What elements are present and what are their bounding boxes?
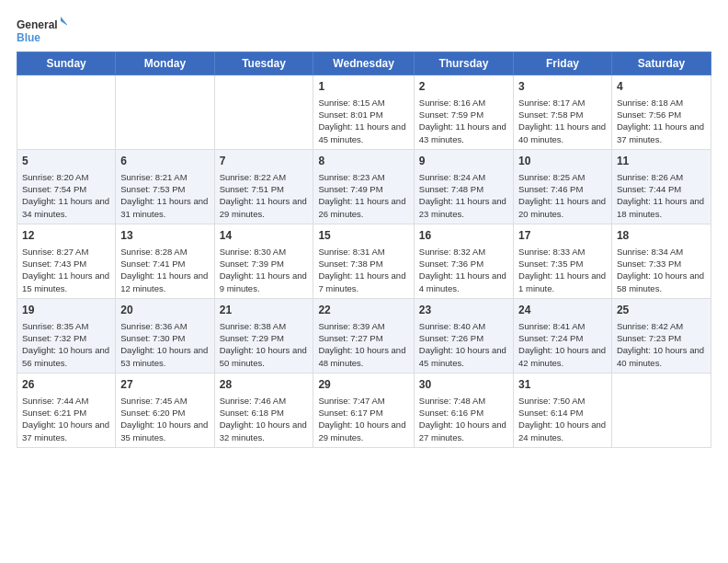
day-info: Daylight: 10 hours and 42 minutes. <box>518 344 607 369</box>
day-info: Daylight: 10 hours and 29 minutes. <box>318 419 408 443</box>
col-header-wednesday: Wednesday <box>313 52 414 75</box>
day-info: Sunset: 7:24 PM <box>518 332 607 344</box>
day-number: 17 <box>518 228 607 244</box>
day-number: 20 <box>120 303 209 318</box>
day-info: Sunrise: 7:47 AM <box>318 395 408 407</box>
calendar-cell: 1Sunrise: 8:15 AMSunset: 8:01 PMDaylight… <box>313 75 414 150</box>
day-info: Daylight: 11 hours and 45 minutes. <box>318 121 408 145</box>
day-number: 12 <box>22 228 110 244</box>
day-info: Sunset: 6:17 PM <box>318 407 408 419</box>
day-info: Sunset: 7:36 PM <box>419 258 508 270</box>
logo-svg: General Blue <box>17 17 67 46</box>
calendar: SundayMondayTuesdayWednesdayThursdayFrid… <box>17 52 711 448</box>
day-info: Sunrise: 8:24 AM <box>419 171 508 183</box>
logo: General Blue <box>17 17 67 46</box>
day-info: Sunrise: 8:34 AM <box>617 246 706 258</box>
day-info: Sunset: 7:44 PM <box>617 183 706 195</box>
day-info: Daylight: 11 hours and 34 minutes. <box>22 195 110 220</box>
day-info: Sunset: 6:21 PM <box>22 407 110 419</box>
calendar-cell: 26Sunrise: 7:44 AMSunset: 6:21 PMDayligh… <box>17 373 116 447</box>
day-info: Daylight: 10 hours and 32 minutes. <box>220 419 309 443</box>
calendar-cell: 28Sunrise: 7:46 AMSunset: 6:18 PMDayligh… <box>214 373 313 447</box>
day-number: 26 <box>22 377 110 393</box>
day-number: 22 <box>318 303 408 318</box>
day-number: 23 <box>419 303 508 318</box>
calendar-cell: 17Sunrise: 8:33 AMSunset: 7:35 PMDayligh… <box>514 224 612 298</box>
day-info: Daylight: 11 hours and 23 minutes. <box>419 195 508 220</box>
day-info: Sunrise: 8:30 AM <box>220 246 309 258</box>
week-row-3: 19Sunrise: 8:35 AMSunset: 7:32 PMDayligh… <box>17 298 711 373</box>
day-info: Sunset: 7:48 PM <box>419 183 508 195</box>
day-number: 6 <box>120 154 209 169</box>
day-info: Daylight: 10 hours and 24 minutes. <box>518 419 607 443</box>
day-info: Sunset: 7:51 PM <box>220 183 309 195</box>
day-info: Sunrise: 8:28 AM <box>120 246 209 258</box>
day-info: Sunset: 7:26 PM <box>419 332 508 344</box>
day-info: Sunrise: 8:18 AM <box>617 97 706 109</box>
calendar-cell: 11Sunrise: 8:26 AMSunset: 7:44 PMDayligh… <box>611 149 711 224</box>
day-info: Sunrise: 7:45 AM <box>120 395 209 407</box>
calendar-cell: 13Sunrise: 8:28 AMSunset: 7:41 PMDayligh… <box>116 224 214 298</box>
calendar-cell <box>611 373 711 447</box>
calendar-cell: 7Sunrise: 8:22 AMSunset: 7:51 PMDaylight… <box>214 149 313 224</box>
svg-text:Blue: Blue <box>17 31 40 44</box>
day-info: Sunset: 7:56 PM <box>617 109 706 121</box>
calendar-cell: 5Sunrise: 8:20 AMSunset: 7:54 PMDaylight… <box>17 149 116 224</box>
day-number: 25 <box>617 303 706 318</box>
week-row-1: 5Sunrise: 8:20 AMSunset: 7:54 PMDaylight… <box>17 149 711 224</box>
day-info: Sunset: 7:49 PM <box>318 183 408 195</box>
day-number: 3 <box>518 79 607 95</box>
day-info: Sunset: 6:20 PM <box>120 407 209 419</box>
day-info: Sunrise: 8:17 AM <box>518 97 607 109</box>
day-number: 13 <box>120 228 209 244</box>
col-header-saturday: Saturday <box>611 52 711 75</box>
day-info: Sunset: 7:54 PM <box>22 183 110 195</box>
calendar-cell: 27Sunrise: 7:45 AMSunset: 6:20 PMDayligh… <box>116 373 214 447</box>
day-info: Daylight: 10 hours and 37 minutes. <box>22 419 110 443</box>
day-info: Daylight: 11 hours and 1 minute. <box>518 270 607 294</box>
calendar-cell: 10Sunrise: 8:25 AMSunset: 7:46 PMDayligh… <box>514 149 612 224</box>
day-info: Daylight: 11 hours and 29 minutes. <box>220 195 309 220</box>
day-number: 18 <box>617 228 706 244</box>
col-header-monday: Monday <box>116 52 214 75</box>
day-info: Daylight: 11 hours and 31 minutes. <box>120 195 209 220</box>
day-info: Sunrise: 8:33 AM <box>518 246 607 258</box>
day-info: Sunrise: 8:25 AM <box>518 171 607 183</box>
day-info: Daylight: 11 hours and 15 minutes. <box>22 270 110 294</box>
day-number: 30 <box>419 377 508 393</box>
day-info: Sunset: 6:18 PM <box>220 407 309 419</box>
calendar-cell: 18Sunrise: 8:34 AMSunset: 7:33 PMDayligh… <box>611 224 711 298</box>
calendar-cell: 4Sunrise: 8:18 AMSunset: 7:56 PMDaylight… <box>611 75 711 150</box>
day-info: Daylight: 11 hours and 20 minutes. <box>518 195 607 220</box>
header: General Blue <box>17 17 711 46</box>
day-info: Sunrise: 7:44 AM <box>22 395 110 407</box>
calendar-cell: 8Sunrise: 8:23 AMSunset: 7:49 PMDaylight… <box>313 149 414 224</box>
day-info: Sunrise: 8:41 AM <box>518 320 607 332</box>
day-info: Daylight: 11 hours and 9 minutes. <box>220 270 309 294</box>
day-info: Daylight: 11 hours and 40 minutes. <box>518 121 607 145</box>
day-number: 7 <box>220 154 309 169</box>
day-info: Sunrise: 8:38 AM <box>220 320 309 332</box>
week-row-4: 26Sunrise: 7:44 AMSunset: 6:21 PMDayligh… <box>17 373 711 447</box>
calendar-cell: 30Sunrise: 7:48 AMSunset: 6:16 PMDayligh… <box>414 373 513 447</box>
day-info: Sunrise: 8:42 AM <box>617 320 706 332</box>
col-header-friday: Friday <box>514 52 612 75</box>
day-info: Daylight: 11 hours and 12 minutes. <box>120 270 209 294</box>
day-info: Sunset: 7:27 PM <box>318 332 408 344</box>
col-header-thursday: Thursday <box>414 52 513 75</box>
day-info: Sunrise: 8:22 AM <box>220 171 309 183</box>
calendar-cell: 23Sunrise: 8:40 AMSunset: 7:26 PMDayligh… <box>414 298 513 373</box>
day-number: 15 <box>318 228 408 244</box>
day-info: Daylight: 10 hours and 27 minutes. <box>419 419 508 443</box>
calendar-cell: 6Sunrise: 8:21 AMSunset: 7:53 PMDaylight… <box>116 149 214 224</box>
calendar-cell: 22Sunrise: 8:39 AMSunset: 7:27 PMDayligh… <box>313 298 414 373</box>
day-info: Sunset: 6:16 PM <box>419 407 508 419</box>
calendar-cell: 16Sunrise: 8:32 AMSunset: 7:36 PMDayligh… <box>414 224 513 298</box>
day-info: Daylight: 11 hours and 43 minutes. <box>419 121 508 145</box>
calendar-cell: 2Sunrise: 8:16 AMSunset: 7:59 PMDaylight… <box>414 75 513 150</box>
day-info: Daylight: 11 hours and 4 minutes. <box>419 270 508 294</box>
day-info: Sunset: 7:23 PM <box>617 332 706 344</box>
day-info: Sunrise: 8:31 AM <box>318 246 408 258</box>
calendar-cell: 3Sunrise: 8:17 AMSunset: 7:58 PMDaylight… <box>514 75 612 150</box>
day-info: Daylight: 10 hours and 48 minutes. <box>318 344 408 369</box>
